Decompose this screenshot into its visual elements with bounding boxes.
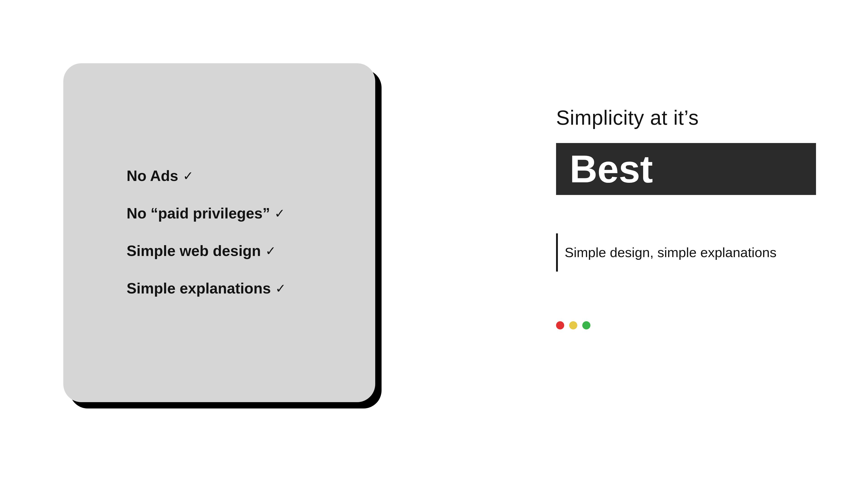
feature-item: No “paid privileges” ✓ <box>127 205 375 222</box>
dot-red-icon <box>556 321 564 329</box>
feature-label: No “paid privileges” <box>127 205 270 222</box>
feature-label: Simple explanations <box>127 280 271 297</box>
heading-pre-text: Simplicity at it’s <box>556 106 816 129</box>
checkmark-icon: ✓ <box>275 281 286 296</box>
dot-green-icon <box>582 321 590 329</box>
feature-item: No Ads ✓ <box>127 167 375 184</box>
feature-label: Simple web design <box>127 242 261 259</box>
checkmark-icon: ✓ <box>266 243 276 258</box>
traffic-light-dots <box>556 321 816 329</box>
feature-label: No Ads <box>127 167 178 184</box>
tagline-quote: Simple design, simple explanations <box>556 233 816 271</box>
heading-highlight: Best <box>556 143 816 195</box>
heading-section: Simplicity at it’s Best Simple design, s… <box>556 106 816 329</box>
feature-card: No Ads ✓ No “paid privileges” ✓ Simple w… <box>63 63 375 402</box>
dot-yellow-icon <box>569 321 577 329</box>
checkmark-icon: ✓ <box>274 206 285 221</box>
feature-item: Simple explanations ✓ <box>127 280 375 297</box>
feature-item: Simple web design ✓ <box>127 242 375 259</box>
feature-card-container: No Ads ✓ No “paid privileges” ✓ Simple w… <box>63 63 375 402</box>
checkmark-icon: ✓ <box>183 168 193 183</box>
feature-list: No Ads ✓ No “paid privileges” ✓ Simple w… <box>127 167 375 297</box>
